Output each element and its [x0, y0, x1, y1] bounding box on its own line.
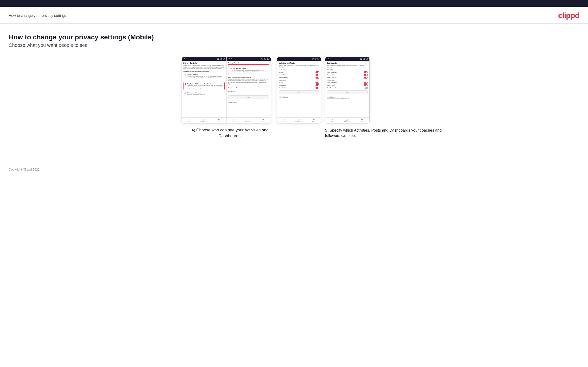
phone-topbar-1: ‹ Back 🔍 👤 ⚙ [182, 57, 226, 61]
topbar-icons-2: 🔍 👤 ⚙ [261, 58, 269, 60]
coaches-round-insights-label-4: Round Insights [327, 74, 335, 76]
person-icon-3[interactable]: 👤 [315, 58, 317, 60]
coaches-player-dash-toggle-4[interactable] [364, 71, 368, 73]
caption-3-4: 5) Specify which Activities, Posts and D… [325, 128, 445, 139]
clippd-logo: clippd [558, 11, 579, 20]
phone-content-1: Privacy Controls Control how and your da… [182, 61, 226, 116]
settings-icon-2[interactable]: ⚙ [267, 58, 269, 60]
coaches-manual-3: Manual Activities [279, 77, 319, 79]
radio-everyone[interactable]: Everyone on Clippd Everyone on Clippd ca… [183, 73, 225, 81]
search-icon-1[interactable]: 🔍 [217, 58, 219, 60]
coaches-what-work-label-4: What To Work On [327, 77, 337, 78]
search-icon-3[interactable]: 🔍 [312, 58, 314, 60]
home-icon-3: ⌂ [284, 119, 285, 121]
tab-home-label-3: Home [283, 121, 286, 122]
coaches-drills-toggle-3[interactable] [316, 74, 319, 76]
tab-performance-3[interactable]: 📈 My Performance [292, 119, 306, 122]
coaches-what-work-toggle-4[interactable] [364, 77, 368, 79]
search-icon-2[interactable]: 🔍 [261, 58, 263, 60]
coaches-rounds-label-3: Rounds [279, 72, 283, 73]
coaches-manual-toggle-3[interactable] [316, 77, 319, 79]
coaches-label-4: COACHES [327, 69, 368, 71]
tab-home-1[interactable]: ⌂ Home [182, 119, 197, 122]
popup-radio-2: Only you and the coaches you connect wit… [230, 70, 268, 74]
chart-icon-3: 📈 [298, 119, 300, 121]
person-icon-1[interactable]: 👤 [220, 58, 222, 60]
tab-performance-2[interactable]: 📈 My Performance [241, 119, 256, 122]
followers-round-insights-toggle-4[interactable] [364, 84, 368, 86]
back-button-1[interactable]: ‹ Back [183, 58, 187, 59]
dashboards-title-4: Dashboards [327, 62, 368, 64]
tab-performance-label-2: My Performance [245, 121, 252, 122]
topbar-icons-3: 🔍 👤 ⚙ [312, 58, 319, 60]
coaches-round-insights-4: Round Insights [327, 74, 368, 76]
back-button-2[interactable]: ‹ Back [228, 58, 232, 59]
back-button-3[interactable]: ‹ Back [279, 58, 283, 59]
save-button-3[interactable]: Save [279, 90, 319, 94]
followers-manual-toggle-3[interactable] [316, 87, 319, 89]
privacy-controls-tab-2: Privacy Controls [228, 62, 269, 65]
back-button-4[interactable]: ‹ Back [327, 58, 331, 59]
coaches-what-work-4: What To Work On [327, 77, 368, 79]
tabbar-3: ⌂ Home 📈 My Performance ☰ Menu [277, 117, 321, 123]
page-heading: How to change your privacy settings (Mob… [9, 33, 579, 41]
tab-home-4[interactable]: ⌂ Home [325, 119, 340, 122]
phone-topbar-4: ‹ Back 🔍 👤 ⚙ [325, 57, 369, 61]
chevron-right-activities-2: › [268, 87, 269, 89]
screenshots-row: ‹ Back 🔍 👤 ⚙ Privacy Controls Control ho… [9, 57, 579, 139]
search-icon-4[interactable]: 🔍 [360, 58, 362, 60]
followers-drills-toggle-3[interactable] [316, 84, 319, 86]
tab-menu-1[interactable]: ☰ Menu [211, 119, 226, 122]
menu-activities-2[interactable]: Activities and Posts › [228, 86, 269, 90]
menu-icon-2: ☰ [262, 119, 264, 121]
tab-menu-4[interactable]: ☰ Menu [355, 119, 369, 122]
settings-icon-3[interactable]: ⚙ [318, 58, 319, 60]
radio-dot-everyone [184, 74, 186, 76]
help-support-label-4: Help & Support [327, 96, 336, 98]
chart-icon-1: 📈 [203, 119, 205, 121]
radio-you-coach[interactable]: Only You and Your Coach Only you and the… [183, 91, 225, 96]
tab-menu-2[interactable]: ☰ Menu [256, 119, 270, 122]
phone-content-3: Activities and Posts Select the types of… [277, 61, 321, 116]
followers-player-dash-toggle-4[interactable] [364, 82, 368, 83]
tab-home-label-1: Home [188, 121, 190, 122]
tab-performance-1[interactable]: 📈 My Performance [197, 119, 211, 122]
radio-followers-coach[interactable]: Only Approved Followers and Your Coach O… [183, 82, 225, 90]
breadcrumb: How to change your privacy settings [9, 13, 67, 17]
person-icon-2[interactable]: 👤 [264, 58, 266, 60]
activities-title-3: Activities and Posts [279, 62, 319, 64]
coaches-rounds-toggle-3[interactable] [316, 71, 319, 73]
radio-label-everyone: Everyone on Clippd [187, 74, 224, 75]
followers-player-dash-label-4: Player Dashboard [327, 82, 337, 83]
save-button-2[interactable]: Save [228, 95, 269, 99]
phone-screen-2: ‹ Back 🔍 👤 ⚙ Privacy Controls Only You a… [226, 57, 271, 123]
tab-home-3[interactable]: ⌂ Home [277, 119, 292, 122]
coaches-player-dash-label-4: Player Dashboard [327, 72, 337, 73]
phone-frame-1-2: ‹ Back 🔍 👤 ⚙ Privacy Controls Control ho… [182, 57, 271, 124]
tab-home-2[interactable]: ⌂ Home [226, 119, 241, 122]
settings-icon-1[interactable]: ⚙ [223, 58, 225, 60]
settings-icon-4[interactable]: ⚙ [366, 58, 368, 60]
tab-home-label-2: Home [233, 121, 235, 122]
followers-rounds-3: Rounds [279, 82, 319, 83]
followers-what-work-toggle-4[interactable] [364, 87, 368, 89]
person-icon-4[interactable]: 👤 [363, 58, 365, 60]
menu-activities-label-2: Activities and Posts [228, 87, 240, 89]
coaches-round-insights-toggle-4[interactable] [364, 74, 368, 76]
help-support-2: Help & Support [228, 100, 269, 104]
help-support-body-4: Visit our Clippd community to troublesho… [327, 98, 368, 100]
coaches-drills-label-3: Practice Drills [279, 74, 286, 76]
copyright: Copyright Clippd 2022 [9, 168, 40, 171]
radio-label-followers: Only Approved Followers and Your Coach [187, 83, 224, 84]
menu-dashboards-2[interactable]: Dashboards › [228, 90, 269, 94]
coaches-label-3: COACHES [279, 69, 319, 71]
followers-rounds-toggle-3[interactable] [316, 82, 319, 83]
home-icon-4: ⌂ [332, 119, 333, 121]
save-button-4[interactable]: Save [327, 90, 368, 94]
topbar-icons-1: 🔍 👤 ⚙ [217, 58, 225, 60]
top-bar [0, 0, 588, 7]
tab-menu-3[interactable]: ☰ Menu [306, 119, 321, 122]
home-icon-1: ⌂ [189, 119, 190, 121]
tab-performance-4[interactable]: 📈 My Performance [340, 119, 355, 122]
footer: Copyright Clippd 2022 [0, 163, 588, 176]
